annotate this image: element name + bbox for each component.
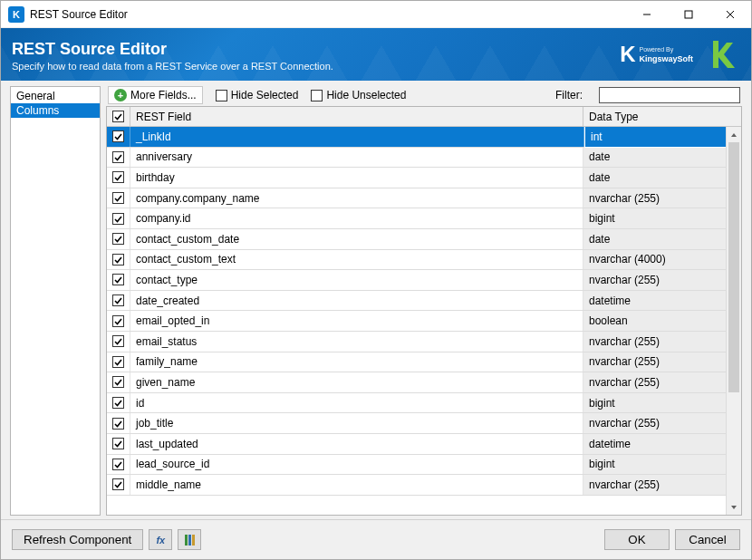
main-panel: + More Fields... Hide Selected Hide Unse… <box>106 86 742 516</box>
checkbox-checked-icon <box>112 254 124 266</box>
scroll-thumb[interactable] <box>728 142 739 392</box>
app-icon: K <box>8 6 24 23</box>
checkbox-checked-icon <box>112 233 124 245</box>
table-row[interactable]: email_opted_inboolean <box>107 311 741 332</box>
table-row[interactable]: family_namenvarchar (255) <box>107 352 741 373</box>
more-fields-button[interactable]: + More Fields... <box>108 86 203 104</box>
row-checkbox[interactable] <box>107 188 130 208</box>
table-row[interactable]: job_titlenvarchar (255) <box>107 413 741 434</box>
sidebar-item-general[interactable]: General <box>11 89 100 103</box>
table-row[interactable]: lead_source_idbigint <box>107 455 741 476</box>
columns-config-button[interactable] <box>178 529 201 550</box>
table-row[interactable]: _LinkIdint <box>107 127 741 148</box>
header-type[interactable]: Data Type <box>583 107 741 126</box>
minimize-button[interactable] <box>626 1 668 27</box>
table-row[interactable]: birthdaydate <box>107 168 741 188</box>
hide-selected-checkbox[interactable]: Hide Selected <box>216 89 299 101</box>
table-row[interactable]: company.company_namenvarchar (255) <box>107 188 741 209</box>
sidebar-item-columns[interactable]: Columns <box>11 103 100 118</box>
row-type: boolean <box>583 311 741 331</box>
refresh-component-button[interactable]: Refresh Component <box>12 529 143 550</box>
row-checkbox[interactable] <box>107 413 130 433</box>
row-checkbox[interactable] <box>107 270 130 290</box>
checkbox-checked-icon <box>112 418 124 430</box>
checkbox-checked-icon <box>112 335 124 347</box>
checkbox-checked-icon <box>112 376 124 388</box>
header-field[interactable]: REST Field <box>130 107 583 126</box>
checkbox-checked-icon <box>112 213 124 225</box>
table-row[interactable]: contact_custom_textnvarchar (4000) <box>107 250 741 271</box>
checkbox-icon <box>311 90 323 101</box>
row-checkbox[interactable] <box>107 229 130 249</box>
row-field: contact_type <box>130 270 583 290</box>
footer: Refresh Component fx OK Cancel <box>1 519 751 559</box>
checkbox-checked-icon <box>112 111 124 122</box>
filter-label: Filter: <box>555 89 583 101</box>
row-type: nvarchar (255) <box>583 475 741 495</box>
table-row[interactable]: contact_custom_datedate <box>107 229 741 250</box>
filter-input[interactable] <box>599 87 740 103</box>
row-checkbox[interactable] <box>107 311 130 331</box>
row-checkbox[interactable] <box>107 168 130 188</box>
scroll-track[interactable] <box>727 142 741 499</box>
row-checkbox[interactable] <box>107 291 130 311</box>
checkbox-checked-icon <box>112 356 124 368</box>
row-checkbox[interactable] <box>107 250 130 270</box>
row-type: date <box>583 148 741 168</box>
row-field: middle_name <box>130 475 583 495</box>
maximize-button[interactable] <box>668 1 709 27</box>
table-row[interactable]: last_updateddatetime <box>107 434 741 455</box>
svg-marker-5 <box>731 506 737 509</box>
row-field: date_created <box>130 291 583 311</box>
row-field: contact_custom_date <box>130 229 583 249</box>
row-checkbox[interactable] <box>107 434 130 454</box>
kingswaysoft-text: Powered By KingswaySoft <box>639 45 693 63</box>
row-field: _LinkId <box>130 127 584 147</box>
checkbox-icon <box>216 90 227 101</box>
more-fields-label: More Fields... <box>130 89 197 101</box>
row-type: nvarchar (4000) <box>583 250 741 270</box>
row-checkbox[interactable] <box>107 148 130 168</box>
row-checkbox[interactable] <box>107 352 130 372</box>
expression-editor-button[interactable]: fx <box>149 529 172 550</box>
row-field: family_name <box>130 352 583 372</box>
row-field: birthday <box>130 168 583 188</box>
row-checkbox[interactable] <box>107 393 130 413</box>
table-row[interactable]: middle_namenvarchar (255) <box>107 475 741 496</box>
table-row[interactable]: anniversarydate <box>107 148 741 169</box>
row-checkbox[interactable] <box>107 208 130 228</box>
checkbox-checked-icon <box>112 459 124 470</box>
window-controls <box>626 1 751 27</box>
green-k-icon <box>709 39 735 70</box>
row-type: bigint <box>583 208 741 228</box>
plus-icon: + <box>114 89 127 101</box>
table-row[interactable]: idbigint <box>107 393 741 414</box>
row-type: nvarchar (255) <box>583 188 741 208</box>
fx-icon: fx <box>156 535 165 546</box>
table-row[interactable]: date_createddatetime <box>107 291 741 312</box>
row-checkbox[interactable] <box>107 475 130 495</box>
ok-button[interactable]: OK <box>604 529 670 550</box>
cancel-button[interactable]: Cancel <box>675 529 740 550</box>
table-row[interactable]: email_statusnvarchar (255) <box>107 332 741 352</box>
window-title: REST Source Editor <box>30 8 626 21</box>
row-checkbox[interactable] <box>107 455 130 475</box>
scroll-down-icon[interactable] <box>727 499 741 515</box>
app-window: K REST Source Editor REST Source Editor … <box>0 0 752 560</box>
row-checkbox[interactable] <box>107 127 130 147</box>
table-row[interactable]: contact_typenvarchar (255) <box>107 270 741 291</box>
table-row[interactable]: company.idbigint <box>107 208 741 229</box>
row-checkbox[interactable] <box>107 332 130 352</box>
close-button[interactable] <box>709 1 751 27</box>
table-row[interactable]: given_namenvarchar (255) <box>107 372 741 393</box>
row-field: email_opted_in <box>130 311 583 331</box>
row-checkbox[interactable] <box>107 372 130 392</box>
header-checkbox[interactable] <box>107 107 130 126</box>
row-field: anniversary <box>130 148 583 168</box>
row-type: date <box>583 168 741 188</box>
hide-unselected-checkbox[interactable]: Hide Unselected <box>311 89 406 101</box>
vertical-scrollbar[interactable] <box>726 127 741 515</box>
checkbox-checked-icon <box>112 294 124 306</box>
scroll-up-icon[interactable] <box>727 127 741 142</box>
row-field: company.id <box>130 208 583 228</box>
